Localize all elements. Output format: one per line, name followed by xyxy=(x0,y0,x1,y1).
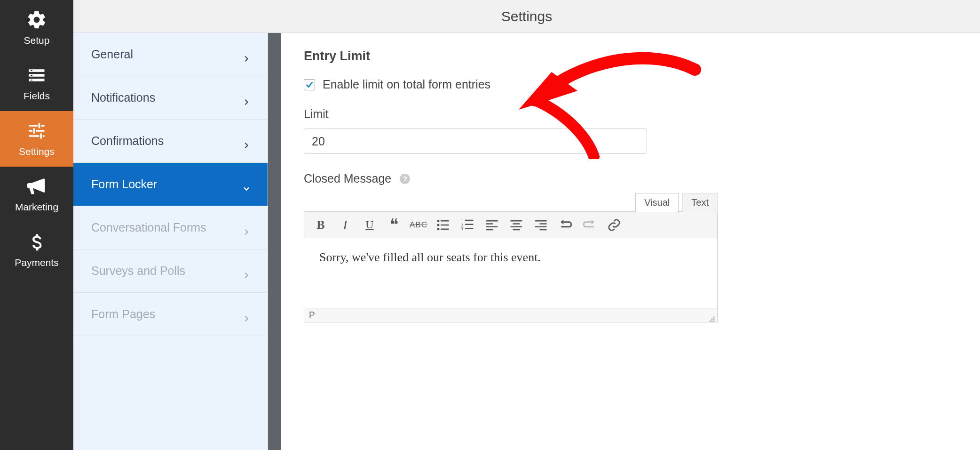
bullhorn-icon xyxy=(26,176,47,197)
chevron-right-icon xyxy=(243,268,250,274)
svg-rect-15 xyxy=(486,229,493,230)
svg-rect-14 xyxy=(486,226,498,227)
limit-input[interactable] xyxy=(304,129,647,154)
svg-rect-11 xyxy=(465,228,474,229)
svg-rect-20 xyxy=(535,220,547,222)
submenu-conversational-forms[interactable]: Conversational Forms xyxy=(73,206,268,249)
enable-limit-row: Enable limit on total form entries xyxy=(304,78,946,91)
toolbar-strikethrough-button[interactable]: ABC xyxy=(411,218,426,232)
submenu-label: Confirmations xyxy=(91,134,164,148)
svg-rect-12 xyxy=(486,220,498,222)
resize-grip-icon[interactable] xyxy=(709,314,715,321)
gear-icon xyxy=(26,9,47,30)
svg-point-24 xyxy=(713,316,715,318)
toolbar-blockquote-button[interactable]: ❝ xyxy=(387,218,401,232)
chevron-right-icon xyxy=(243,138,250,145)
svg-rect-13 xyxy=(486,223,493,225)
submenu-label: Surveys and Polls xyxy=(91,264,185,278)
sliders-icon xyxy=(26,121,47,141)
svg-text:3: 3 xyxy=(461,226,463,231)
submenu-label: Notifications xyxy=(91,91,155,104)
limit-label: Limit xyxy=(304,107,946,121)
toolbar-redo-button[interactable] xyxy=(583,218,597,232)
editor-body[interactable]: Sorry, we've filled all our seats for th… xyxy=(304,238,717,309)
nav-fields[interactable]: Fields xyxy=(0,56,73,111)
nav-label: Settings xyxy=(19,146,55,157)
svg-point-4 xyxy=(437,228,440,230)
check-icon xyxy=(305,80,314,89)
list-icon xyxy=(26,65,47,86)
svg-rect-23 xyxy=(540,229,547,230)
toolbar-bullet-list-button[interactable] xyxy=(436,218,450,232)
toolbar-bold-button[interactable]: B xyxy=(314,218,328,232)
nav-marketing[interactable]: Marketing xyxy=(0,167,73,222)
svg-rect-22 xyxy=(535,226,547,227)
submenu-form-locker[interactable]: Form Locker xyxy=(73,163,268,206)
nav-label: Setup xyxy=(24,35,50,46)
toolbar-align-center-button[interactable] xyxy=(509,218,523,232)
page-header: Settings xyxy=(73,0,980,33)
svg-point-25 xyxy=(711,319,713,320)
svg-rect-5 xyxy=(441,228,449,230)
svg-point-0 xyxy=(437,219,440,222)
divider-column xyxy=(268,33,281,450)
editor-tab-visual[interactable]: Visual xyxy=(635,193,679,212)
svg-rect-3 xyxy=(441,224,449,225)
nav-label: Marketing xyxy=(15,201,58,213)
submenu-label: Form Locker xyxy=(91,177,157,191)
chevron-right-icon xyxy=(243,311,250,318)
nav-settings[interactable]: Settings xyxy=(0,111,73,167)
enable-limit-label: Enable limit on total form entries xyxy=(323,78,490,91)
svg-rect-7 xyxy=(465,219,474,221)
nav-label: Payments xyxy=(15,257,58,268)
dollar-icon xyxy=(26,232,47,252)
editor-status-bar: P xyxy=(304,309,717,322)
toolbar-underline-button[interactable]: U xyxy=(363,218,377,232)
toolbar-numbered-list-button[interactable]: 123 xyxy=(460,218,474,232)
editor-path: P xyxy=(309,310,315,320)
svg-point-28 xyxy=(711,321,713,322)
svg-rect-19 xyxy=(513,229,520,230)
toolbar-link-button[interactable] xyxy=(607,218,621,232)
toolbar-undo-button[interactable] xyxy=(558,218,572,232)
chevron-down-icon xyxy=(243,181,250,188)
chevron-right-icon xyxy=(243,225,250,231)
editor-toolbar: B I U ❝ ABC 123 xyxy=(304,212,717,238)
submenu-confirmations[interactable]: Confirmations xyxy=(73,120,268,163)
help-icon[interactable]: ? xyxy=(400,174,410,184)
closed-message-label: Closed Message ? xyxy=(304,172,946,185)
nav-setup[interactable]: Setup xyxy=(0,0,73,56)
closed-message-editor: Visual Text B I U ❝ ABC 123 Sorry, we've… xyxy=(304,193,718,322)
svg-rect-9 xyxy=(465,224,474,225)
nav-label: Fields xyxy=(24,90,50,102)
nav-payments[interactable]: Payments xyxy=(0,222,73,278)
chevron-right-icon xyxy=(243,51,250,58)
svg-rect-21 xyxy=(540,223,547,225)
toolbar-italic-button[interactable]: I xyxy=(338,218,352,232)
submenu-form-pages[interactable]: Form Pages xyxy=(73,293,268,336)
submenu-general[interactable]: General xyxy=(73,33,268,76)
submenu-notifications[interactable]: Notifications xyxy=(73,76,268,120)
chevron-right-icon xyxy=(243,95,250,101)
closed-message-label-text: Closed Message xyxy=(304,172,391,185)
svg-point-27 xyxy=(709,321,711,322)
submenu-label: Conversational Forms xyxy=(91,221,206,234)
svg-rect-16 xyxy=(511,220,522,222)
toolbar-align-right-button[interactable] xyxy=(534,218,548,232)
settings-submenu: General Notifications Confirmations Form… xyxy=(73,33,268,450)
primary-nav: Setup Fields Settings Marketing Payments xyxy=(0,0,73,450)
svg-point-2 xyxy=(437,224,440,226)
page-title: Settings xyxy=(501,8,552,24)
svg-rect-1 xyxy=(441,220,449,222)
svg-rect-17 xyxy=(513,223,520,225)
submenu-surveys-and-polls[interactable]: Surveys and Polls xyxy=(73,249,268,293)
editor-tab-text[interactable]: Text xyxy=(682,193,718,212)
toolbar-align-left-button[interactable] xyxy=(485,218,499,232)
svg-point-29 xyxy=(713,321,715,322)
editor-tabs: Visual Text xyxy=(304,193,718,212)
submenu-label: General xyxy=(91,48,133,61)
submenu-label: Form Pages xyxy=(91,307,155,321)
enable-limit-checkbox[interactable] xyxy=(304,79,315,90)
content-panel: Entry Limit Enable limit on total form e… xyxy=(281,33,980,450)
svg-rect-18 xyxy=(511,226,522,227)
